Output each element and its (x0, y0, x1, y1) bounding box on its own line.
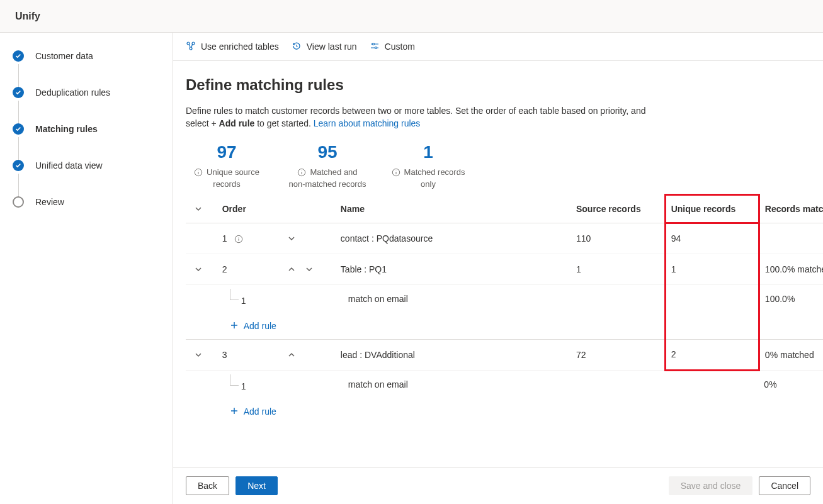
share-icon (186, 41, 196, 53)
row-match: 0% matched (759, 339, 823, 370)
custom-button[interactable]: Custom (370, 41, 415, 53)
row-unique: 2 (665, 339, 759, 370)
step-label: Review (35, 197, 64, 207)
stat-sublabel: only (387, 179, 469, 189)
step-review[interactable]: Review (13, 196, 162, 208)
chevron-up-icon[interactable] (284, 262, 299, 277)
sub-name: match on email (336, 284, 571, 313)
chevron-down-icon[interactable] (284, 231, 299, 246)
toolbar-label: View last run (307, 42, 357, 52)
step-unified-data-view[interactable]: Unified data view (13, 160, 162, 171)
history-icon (292, 41, 302, 53)
stats-row: 97 Unique source records 95 Matched and … (186, 142, 823, 189)
row-match (759, 223, 823, 254)
next-button[interactable]: Next (236, 476, 278, 495)
add-rule-label: Add rule (244, 406, 276, 417)
add-rule-button[interactable]: Add rule (230, 321, 276, 332)
svg-point-2 (190, 47, 192, 50)
sub-order: 1 (241, 296, 246, 306)
svg-point-3 (372, 43, 374, 45)
chevron-down-icon[interactable] (191, 262, 206, 277)
back-button[interactable]: Back (186, 476, 229, 495)
col-header-source: Source records (571, 195, 665, 223)
wizard-sidebar: Customer data Deduplication rules Matchi… (0, 33, 173, 504)
chevron-down-icon[interactable] (191, 347, 206, 362)
row-source: 1 (571, 254, 665, 284)
check-icon (13, 50, 24, 62)
rules-table-scroll[interactable]: Order Name Source records Unique records… (186, 194, 823, 467)
sub-name: match on email (336, 370, 571, 399)
col-header-order: Order (217, 195, 280, 223)
add-rule-label: Add rule (244, 321, 276, 331)
cancel-button[interactable]: Cancel (759, 476, 810, 495)
stat-sublabel: records (186, 179, 268, 189)
plus-icon (230, 321, 239, 332)
chevron-down-icon[interactable] (302, 262, 317, 277)
sub-order: 1 (241, 381, 246, 391)
action-toolbar: Use enriched tables View last run Custom (173, 33, 823, 61)
stat-value: 95 (287, 142, 368, 162)
row-source: 110 (571, 223, 665, 254)
add-rule-button[interactable]: Add rule (230, 406, 276, 417)
app-title: Unify (15, 11, 40, 22)
info-icon[interactable] (297, 168, 306, 177)
check-icon (13, 160, 24, 171)
table-row[interactable]: 2 Table : PQ1 1 1 100.0% matched (186, 254, 823, 284)
info-icon[interactable] (234, 235, 243, 244)
sliders-icon (370, 41, 380, 53)
col-header-unique: Unique records (665, 195, 759, 223)
check-icon (13, 123, 24, 135)
sub-match: 0% (759, 370, 823, 399)
row-name: Table : PQ1 (336, 254, 571, 284)
footer-bar: Back Next Save and close Cancel (173, 467, 823, 504)
step-label: Deduplication rules (35, 87, 110, 98)
sub-match: 100.0% (759, 284, 823, 313)
row-name: lead : DVAdditional (336, 339, 571, 370)
order-value: 1 (222, 233, 227, 244)
plus-icon (230, 406, 239, 417)
stat-value: 1 (387, 142, 469, 162)
stat-unique-source: 97 Unique source records (186, 142, 268, 189)
step-deduplication-rules[interactable]: Deduplication rules (13, 87, 162, 98)
use-enriched-tables-button[interactable]: Use enriched tables (186, 41, 279, 53)
step-label: Customer data (35, 51, 93, 61)
stat-matched-nonmatched: 95 Matched and non-matched records (287, 142, 368, 189)
step-customer-data[interactable]: Customer data (13, 50, 162, 62)
chevron-down-icon[interactable] (191, 201, 206, 216)
stat-label: Matched and (310, 167, 357, 177)
table-addrule-row: Add rule (186, 313, 823, 340)
table-subrow[interactable]: 1 match on email 100.0% (186, 284, 823, 313)
row-unique: 94 (665, 223, 759, 254)
stat-matched-only: 1 Matched records only (387, 142, 469, 189)
svg-point-1 (192, 42, 195, 45)
page-description: Define rules to match customer records b… (186, 105, 664, 130)
col-header-match: Records matched (759, 195, 823, 223)
step-matching-rules[interactable]: Matching rules (13, 123, 162, 135)
table-addrule-row: Add rule (186, 399, 823, 425)
svg-point-4 (375, 47, 377, 48)
info-icon[interactable] (194, 168, 203, 177)
info-icon[interactable] (392, 168, 400, 177)
stat-label: Unique source (207, 167, 259, 177)
row-source: 72 (571, 339, 665, 370)
table-row[interactable]: 3 lead : DVAdditional 72 2 0% matched (186, 339, 823, 370)
stat-label: Matched records (404, 167, 465, 177)
toolbar-label: Custom (385, 42, 415, 52)
learn-link[interactable]: Learn about matching rules (314, 118, 421, 128)
check-icon (13, 87, 24, 98)
stat-sublabel: non-matched records (287, 179, 368, 189)
step-label: Unified data view (35, 160, 103, 171)
table-subrow[interactable]: 1 match on email 0% (186, 370, 823, 399)
table-row[interactable]: 1 contact : PQdatasource 110 94 (186, 223, 823, 254)
save-close-button: Save and close (669, 476, 753, 495)
row-name: contact : PQdatasource (336, 223, 571, 254)
row-match: 100.0% matched (759, 254, 823, 284)
row-unique: 1 (665, 254, 759, 284)
svg-point-0 (187, 42, 190, 45)
view-last-run-button[interactable]: View last run (292, 41, 357, 53)
stat-value: 97 (186, 142, 268, 162)
circle-icon (13, 196, 24, 208)
col-header-name: Name (336, 195, 571, 223)
chevron-up-icon[interactable] (284, 347, 299, 362)
step-label: Matching rules (35, 124, 98, 134)
